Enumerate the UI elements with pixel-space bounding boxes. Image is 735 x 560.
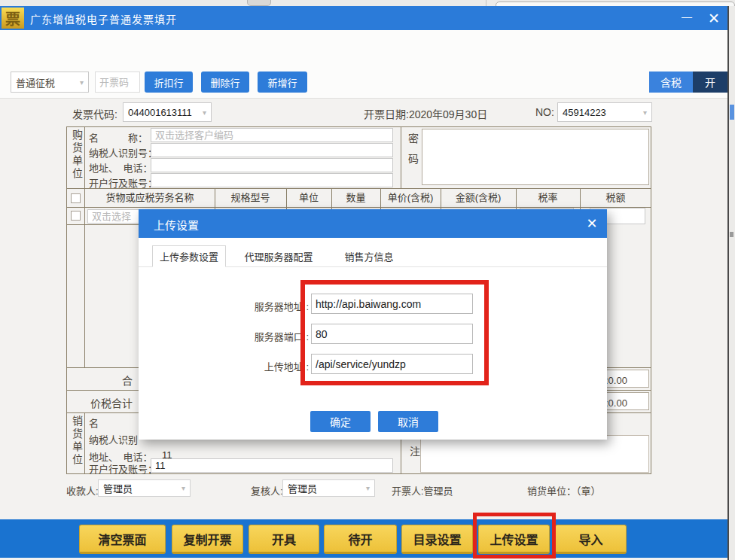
payee-label: 收款人:: [66, 483, 99, 498]
dialog-titlebar[interactable]: [139, 209, 607, 238]
reviewer-value: 管理员: [288, 481, 317, 495]
invoice-code-input[interactable]: [95, 72, 140, 93]
sum-with-tax-label: 价税合计: [90, 395, 133, 410]
chevron-down-icon: ▾: [643, 108, 647, 117]
buyer-side-label: 购货单位: [69, 129, 84, 185]
import-button[interactable]: 导入: [555, 525, 627, 554]
invoice-no-value: 45914223: [563, 107, 606, 118]
col-header-price: 单价(含税): [380, 190, 441, 206]
col-header-taxamt: 税额: [580, 190, 651, 206]
invoice-no-select[interactable]: 45914223 ▾: [557, 102, 652, 122]
background-fragment: [486, 0, 486, 6]
divider: [0, 98, 729, 99]
clear-invoice-button[interactable]: 清空票面: [79, 525, 166, 554]
minimize-button[interactable]: —: [676, 11, 697, 27]
window-title: 广东增值税电子普通发票填开: [30, 11, 177, 26]
invoice-code-select[interactable]: 044001613111 ▾: [123, 102, 212, 122]
tab-upload-params[interactable]: 上传参数设置: [152, 245, 226, 267]
payee-value: 管理员: [103, 481, 133, 495]
upload-settings-dialog: 上传设置 ✕ 上传参数设置 代理服务器配置 销售方信息 服务器地址 : 服务器端…: [139, 209, 607, 440]
upload-path-label: 上传地址 :: [188, 359, 309, 373]
dialog-title: 上传设置: [154, 217, 199, 233]
col-header-spec: 规格型号: [215, 190, 286, 206]
tab-seller-info[interactable]: 销售方信息: [334, 245, 404, 267]
buyer-taxid-label: 纳税人识别号：: [89, 145, 157, 160]
grid-line: [66, 224, 139, 225]
dialog-ok-button[interactable]: 确定: [310, 411, 371, 432]
buyer-name-input[interactable]: [151, 128, 393, 142]
pending-button[interactable]: 待开: [324, 525, 397, 554]
remark-box[interactable]: [420, 435, 649, 473]
chevron-down-icon: ▾: [203, 108, 206, 117]
server-address-label: 服务器地址 :: [188, 299, 309, 313]
col-header-unit: 单位: [286, 190, 331, 206]
tax-mode-value: 普通征税: [16, 75, 55, 90]
seller-name-label: 名: [89, 415, 99, 430]
invoice-date: 开票日期:2020年09月30日: [364, 106, 487, 121]
upload-path-input[interactable]: [311, 354, 473, 374]
background-fragment: [247, 0, 271, 6]
seller-taxid-label: 纳税人识别: [89, 432, 138, 446]
background-fragment: [730, 232, 733, 237]
copy-invoice-button[interactable]: 复制开票: [172, 525, 243, 554]
col-header-goods: 货物或应税劳务名称: [85, 190, 215, 206]
buyer-bank-input[interactable]: [151, 173, 393, 187]
drawer-text: 开票人:管理员: [392, 483, 453, 498]
seller-bank-input[interactable]: [151, 458, 393, 473]
open-toggle-button[interactable]: 开: [693, 72, 727, 93]
add-row-button[interactable]: 新增行: [258, 72, 307, 93]
grid-line: [84, 126, 85, 367]
col-header-qty: 数量: [331, 190, 380, 206]
issue-button[interactable]: 开具: [249, 525, 319, 554]
app-logo-icon: 票: [2, 8, 24, 29]
server-port-label: 服务器端口 :: [188, 329, 309, 343]
invoice-code-value: 044001613111: [128, 107, 192, 118]
server-port-input[interactable]: [311, 324, 473, 344]
grid-line: [84, 412, 85, 474]
tab-proxy-config[interactable]: 代理服务器配置: [233, 245, 324, 267]
background-fragment: [730, 105, 734, 120]
buyer-taxid-input[interactable]: [151, 143, 393, 157]
background-right-strip: [729, 6, 735, 560]
password-area-box[interactable]: [422, 129, 649, 185]
col-header-taxrate: 税率: [516, 190, 580, 206]
tax-included-button[interactable]: 含税: [649, 72, 693, 93]
buyer-name-label: 名 称：: [89, 130, 148, 145]
buyer-bank-label: 开户行及账号：: [89, 175, 157, 190]
col-header-amount: 金额(含税): [441, 190, 516, 206]
server-address-input[interactable]: [311, 294, 473, 314]
tax-mode-select[interactable]: 普通征税 ▾: [11, 72, 89, 93]
seller-side-label: 销货单位: [69, 415, 84, 471]
discount-row-button[interactable]: 折扣行: [145, 72, 193, 93]
invoice-code-label: 发票代码:: [72, 106, 117, 121]
chevron-down-icon: ▾: [366, 484, 370, 492]
sum-label: 合: [122, 373, 133, 388]
chevron-down-icon: ▾: [80, 78, 84, 87]
buyer-address-label: 地址、 电话：: [89, 160, 153, 175]
buyer-address-input[interactable]: [151, 158, 393, 172]
delete-row-button[interactable]: 删除行: [201, 72, 249, 93]
payee-select[interactable]: 管理员 ▾: [98, 479, 191, 497]
reviewer-select[interactable]: 管理员 ▾: [282, 479, 375, 497]
upload-settings-button[interactable]: 上传设置: [478, 525, 550, 554]
chevron-down-icon: ▾: [181, 484, 185, 492]
grid-line: [401, 126, 401, 188]
reviewer-label: 复核人:: [251, 483, 283, 498]
invoice-no-label: NO:: [535, 106, 554, 118]
dialog-close-icon[interactable]: ✕: [583, 215, 601, 233]
seller-bank-label: 开户行及账号：: [89, 461, 157, 476]
dialog-cancel-button[interactable]: 取消: [378, 411, 438, 432]
catalog-settings-button[interactable]: 目录设置: [401, 525, 473, 554]
app-window: 票 广东增值税电子普通发票填开 — ✕ 普通征税 ▾ 折扣行 删除行 新增行 含…: [0, 0, 735, 560]
row-checkbox[interactable]: [71, 193, 81, 203]
row-checkbox[interactable]: [71, 211, 81, 221]
remark-label: 注: [407, 446, 422, 469]
close-button[interactable]: ✕: [703, 10, 724, 28]
seller-seal-text: 销货单位：（章）: [527, 483, 601, 498]
